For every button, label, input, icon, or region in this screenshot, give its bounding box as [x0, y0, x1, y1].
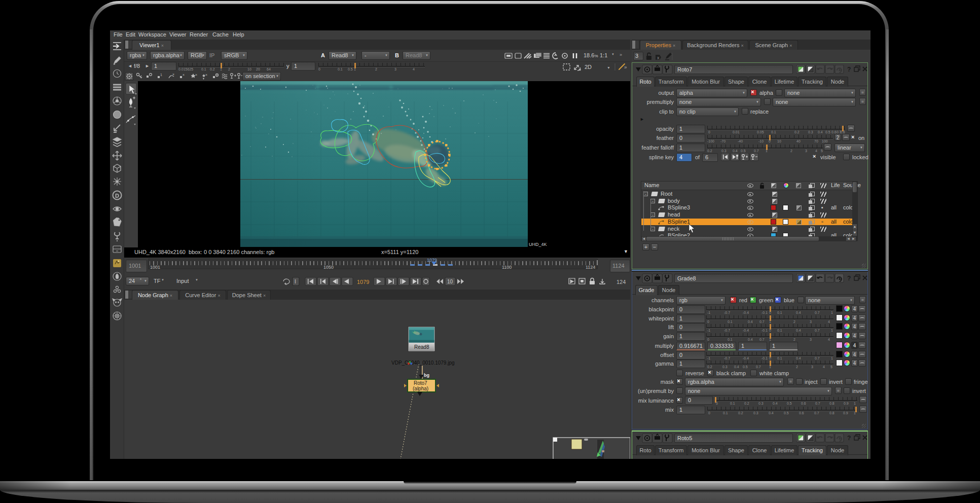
svg-text:×: ×: [183, 73, 185, 77]
svg-text:Roto7: Roto7: [414, 380, 427, 386]
svg-text:bg: bg: [424, 373, 429, 378]
svg-text:VDP_C0040_0010.1079.jpg: VDP_C0040_0010.1079.jpg: [391, 360, 455, 366]
svg-text:?: ?: [847, 435, 851, 442]
svg-text:I: I: [295, 279, 296, 284]
svg-text:(alpha): (alpha): [413, 386, 428, 391]
svg-text:▼: ▼: [607, 66, 610, 69]
svg-text:?: ?: [847, 66, 851, 73]
svg-text:1: 1: [160, 73, 162, 77]
svg-text:Read8: Read8: [414, 344, 429, 350]
svg-text:124: 124: [616, 279, 626, 285]
svg-text:×: ×: [172, 73, 174, 76]
svg-text:2D: 2D: [585, 64, 592, 70]
svg-text:x: x: [657, 55, 660, 60]
svg-text:»: »: [624, 64, 627, 70]
svg-text:1079: 1079: [357, 279, 369, 285]
svg-text:×: ×: [205, 73, 207, 77]
svg-text:×: ×: [195, 73, 197, 77]
svg-text:10: 10: [447, 279, 453, 284]
svg-text:?: ?: [847, 275, 851, 282]
svg-text:D: D: [115, 193, 119, 199]
